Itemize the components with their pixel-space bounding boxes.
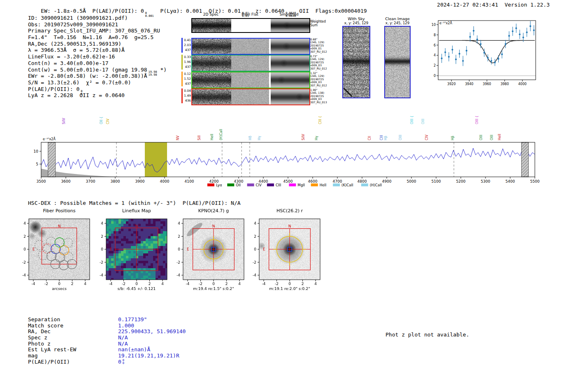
svg-text:OII: OII xyxy=(236,183,241,187)
col-header-smoothed: Smoothed xyxy=(269,12,309,16)
svg-text:(K)CaII: (K)CaII xyxy=(341,183,353,187)
svg-text:Lyα: Lyα xyxy=(216,183,222,187)
svg-text:E: E xyxy=(187,247,189,251)
svg-text:-2: -2 xyxy=(22,260,26,264)
svg-text:CIV: CIV xyxy=(256,183,262,187)
panel-axes-overlay: -4-4-2-2002244NE xyxy=(12,215,99,290)
svg-text:6: 6 xyxy=(434,44,436,47)
svg-text:4: 4 xyxy=(84,282,86,286)
svg-text:CIV: CIV xyxy=(106,118,110,124)
fiber-annotation: 0.73"(245, 129)20190725v009_03307_RU_012 xyxy=(310,55,327,70)
elixer-report-page: EW: -1.8±-0.5Å P(LAE)/P(OII): 000.001 P(… xyxy=(0,0,576,392)
line-fit-plot: 392039403960398040000246810e⁻¹⁷x2Å xyxy=(426,17,539,89)
panel-lineflux-map: Lineflux Map-4-4-2-2002244NEs/b: -6.45 +… xyxy=(90,208,176,295)
2d-spec-row xyxy=(191,18,310,33)
svg-text:2: 2 xyxy=(71,282,74,286)
svg-text:2: 2 xyxy=(101,234,103,239)
clean-image xyxy=(385,27,410,97)
svg-text:0: 0 xyxy=(58,282,60,286)
info-line: EWr = -2.80(±0.58) (w: -2.00(±0.38))Å xyxy=(28,73,167,79)
svg-text:-2: -2 xyxy=(199,282,202,286)
svg-text:5000: 5000 xyxy=(407,179,416,183)
source-summary-block: ID: 3090091621 (3090091621.pdf)Obs: 2019… xyxy=(28,15,167,99)
svg-text:0: 0 xyxy=(288,282,291,286)
match-row-value: N/A xyxy=(118,335,128,341)
svg-text:(H)CaII: (H)CaII xyxy=(219,129,223,140)
with-sky-cutout: With Sky x, y: 245, 129 xyxy=(341,16,372,99)
2d-spec-row xyxy=(191,88,310,105)
svg-text:SiIV: SiIV xyxy=(62,118,66,124)
header-ew-plae: EW: -1.8±-0.5Å P(LAE)/P(OII): 0 xyxy=(41,8,144,14)
svg-text:N: N xyxy=(135,224,138,228)
svg-text:-4: -4 xyxy=(109,282,113,286)
svg-text:-4: -4 xyxy=(253,273,256,277)
svg-text:4900: 4900 xyxy=(382,179,392,183)
svg-text:4: 4 xyxy=(101,221,103,225)
fiber-annotation: 1.90"(245, 138)20190725v009_03307_RU_013 xyxy=(310,89,327,104)
with-sky-image xyxy=(343,27,369,97)
col-header-pixel-flat: Pixel Flat xyxy=(230,12,269,16)
match-row-label: P(LAE)/P(OII) xyxy=(28,359,118,365)
panel-kpno-24-7-g: KPNO(24.7) g-4-4-2-2002244NEm:19.4 re:1.… xyxy=(167,208,253,295)
svg-text:-2: -2 xyxy=(177,260,180,264)
info-line: F=1.4" T=0.156 N=1.16 A=0.76 g=25.5 xyxy=(28,34,167,41)
info-line: P(LAE)/P(OII): 000 xyxy=(28,86,167,93)
svg-text:0: 0 xyxy=(178,247,180,251)
clean-image-xy: x, y: 245, 129 xyxy=(383,21,412,25)
timestamp-version: 2024-12-27 02:43:41 Version 1.22.3 xyxy=(437,2,550,8)
hsc-dex-matches-line: HSC-DEX : Possible Matches = 1 (within +… xyxy=(28,200,241,206)
clean-image-title: Clean Image xyxy=(383,16,412,21)
svg-text:5: 5 xyxy=(36,162,38,166)
match-row-value: N/A xyxy=(118,341,128,347)
with-sky-title: With Sky xyxy=(341,16,372,21)
svg-text:3940: 3940 xyxy=(465,82,473,86)
svg-text:5100: 5100 xyxy=(432,179,441,183)
svg-text:2: 2 xyxy=(149,282,151,286)
svg-text:OIII: OIII xyxy=(479,135,483,140)
svg-text:0: 0 xyxy=(254,247,256,251)
svg-text:4: 4 xyxy=(238,282,241,286)
2d-spec-row-image xyxy=(192,39,309,54)
match-row-label: mag xyxy=(28,353,118,359)
match-row: Match score1.000 xyxy=(28,323,186,329)
match-row-label: RA, Dec xyxy=(28,329,118,335)
svg-text:OIII {: OIII { xyxy=(475,116,479,124)
match-row: Spec zN/A xyxy=(28,335,186,341)
panel-xlabel: m:19.1 re:2.0" s:0.2" xyxy=(251,286,328,291)
match-row: mag19.21(19.21,19.21)R xyxy=(28,353,186,359)
svg-text:-4: -4 xyxy=(22,273,26,277)
svg-text:4: 4 xyxy=(23,221,26,225)
value-fraction: 19.9819.98 xyxy=(149,71,157,77)
fiber-weight-labels: 0.121.52437 xyxy=(181,72,191,86)
match-row-label: Spec z xyxy=(28,335,118,341)
svg-text:4800: 4800 xyxy=(358,179,367,183)
catalog-match-table: Separation0.177139"Match score1.000RA, D… xyxy=(28,317,186,365)
panel-axes-overlay: -4-4-2-2002244NE xyxy=(243,215,329,290)
match-row-value: 19.21(19.21,19.21)R xyxy=(118,353,179,359)
svg-text:3600: 3600 xyxy=(61,179,71,183)
match-row: Separation0.177139" xyxy=(28,317,186,323)
match-row: Est LyA rest-EWnan(±nan)Å xyxy=(28,347,186,353)
svg-text:HeII: HeII xyxy=(498,134,502,140)
svg-text:N: N xyxy=(58,224,61,228)
svg-text:-2: -2 xyxy=(122,282,125,286)
svg-text:-4: -4 xyxy=(186,282,190,286)
svg-text:E: E xyxy=(33,247,35,251)
svg-text:4700: 4700 xyxy=(333,179,342,183)
2d-spec-row xyxy=(191,55,310,72)
match-row-label: Photo z xyxy=(28,341,118,347)
panel-xlabel: s/b: -6.45 +/- 0.121 xyxy=(98,286,175,291)
svg-text:e⁻¹⁷x2Å: e⁻¹⁷x2Å xyxy=(439,21,452,25)
info-line: Cont(w) = 5.00(±0.01)e-17 (gmag 19.9819.… xyxy=(28,67,167,73)
info-line: Obs: 20190725v009_3090091621 xyxy=(28,21,167,28)
info-line: Cont(n) = 3.40(±0.00)e-17 xyxy=(28,60,167,67)
match-row: Photo zN/A xyxy=(28,341,186,347)
svg-text:Hγ: Hγ xyxy=(315,136,318,140)
info-line: LineFlux = -3.20(±0.62)e-16 xyxy=(28,53,167,60)
svg-text:CIII: CIII xyxy=(380,135,383,140)
full-spectrum-plot: 3500360037003800390040004100420043004400… xyxy=(25,105,555,193)
panel-fiber-positions: Fiber Positions-4-4-2-2002244NEarcsecs xyxy=(12,208,99,295)
svg-text:4500: 4500 xyxy=(283,179,293,183)
svg-text:CII: CII xyxy=(368,136,372,140)
svg-text:3700: 3700 xyxy=(86,179,95,183)
